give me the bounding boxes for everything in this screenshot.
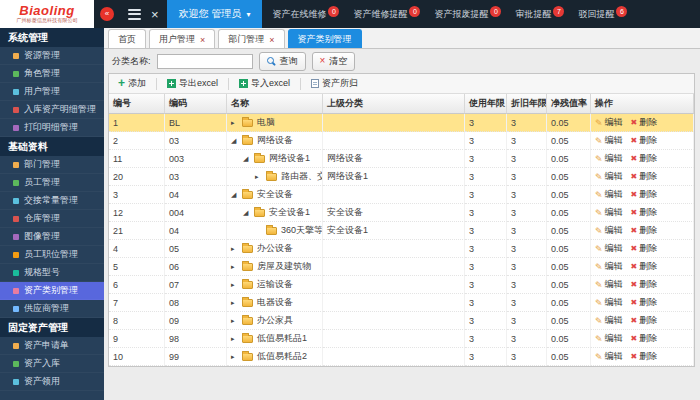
table-row[interactable]: 998▸低值易耗品1330.05✎编辑✖删除 bbox=[109, 330, 694, 348]
table-row[interactable]: 1099▸低值易耗品2330.05✎编辑✖删除 bbox=[109, 348, 694, 366]
tree-expand-icon[interactable]: ◢ bbox=[243, 155, 252, 163]
sidebar-item[interactable]: 资产类别管理 bbox=[0, 282, 104, 300]
table-row[interactable]: 304◢安全设备330.05✎编辑✖删除 bbox=[109, 186, 694, 204]
edit-button[interactable]: ✎编辑 bbox=[595, 332, 623, 345]
delete-button[interactable]: ✖删除 bbox=[631, 188, 658, 201]
table-row[interactable]: 11003◢网络设备1网络设备330.05✎编辑✖删除 bbox=[109, 150, 694, 168]
table-row[interactable]: 708▸电器设备330.05✎编辑✖删除 bbox=[109, 294, 694, 312]
delete-button[interactable]: ✖删除 bbox=[631, 332, 658, 345]
delete-button[interactable]: ✖删除 bbox=[631, 134, 658, 147]
edit-button[interactable]: ✎编辑 bbox=[595, 260, 623, 273]
delete-button[interactable]: ✖删除 bbox=[631, 170, 658, 183]
tree-expand-icon[interactable]: ▸ bbox=[231, 281, 240, 289]
delete-button[interactable]: ✖删除 bbox=[631, 278, 658, 291]
close-tab-icon[interactable]: × bbox=[269, 36, 274, 44]
tab[interactable]: 部门管理× bbox=[218, 29, 284, 48]
tree-expand-icon[interactable]: ▸ bbox=[231, 263, 240, 271]
delete-button[interactable]: ✖删除 bbox=[631, 206, 658, 219]
table-row[interactable]: 2003▸路由器、交换机等网络服务网络设备1330.05✎编辑✖删除 bbox=[109, 168, 694, 186]
edit-button[interactable]: ✎编辑 bbox=[595, 116, 623, 129]
tree-expand-icon[interactable]: ▸ bbox=[231, 353, 240, 361]
cell-use-years: 3 bbox=[465, 276, 507, 294]
edit-button[interactable]: ✎编辑 bbox=[595, 170, 623, 183]
delete-button[interactable]: ✖删除 bbox=[631, 116, 658, 129]
edit-button[interactable]: ✎编辑 bbox=[595, 188, 623, 201]
sidebar-item[interactable]: 角色管理 bbox=[0, 65, 104, 83]
sidebar-item[interactable]: 入库资产明细管理 bbox=[0, 101, 104, 119]
delete-button[interactable]: ✖删除 bbox=[631, 224, 658, 237]
sidebar-item[interactable]: 仓库管理 bbox=[0, 210, 104, 228]
sidebar-item[interactable]: 员工职位管理 bbox=[0, 246, 104, 264]
top-menu-item[interactable]: 驳回提醒6 bbox=[578, 8, 627, 21]
sidebar-item[interactable]: 资产申请单 bbox=[0, 337, 104, 355]
close-tab-icon[interactable]: × bbox=[200, 36, 205, 44]
sidebar-section-title[interactable]: 系统管理 bbox=[0, 28, 104, 47]
sidebar-item[interactable]: 供应商管理 bbox=[0, 300, 104, 318]
tree-expand-icon[interactable]: ▸ bbox=[255, 173, 264, 181]
edit-label: 编辑 bbox=[605, 134, 623, 147]
tab[interactable]: 资产类别管理 bbox=[288, 29, 362, 48]
sidebar-item[interactable]: 打印明细管理 bbox=[0, 119, 104, 137]
tree-expand-icon[interactable]: ▸ bbox=[231, 335, 240, 343]
delete-button[interactable]: ✖删除 bbox=[631, 296, 658, 309]
sidebar-item[interactable]: 交接常量管理 bbox=[0, 192, 104, 210]
tree-expand-icon[interactable]: ◢ bbox=[231, 137, 240, 145]
table-row[interactable]: 2104360天擎等安全设备1330.05✎编辑✖删除 bbox=[109, 222, 694, 240]
edit-button[interactable]: ✎编辑 bbox=[595, 224, 623, 237]
sidebar-section-title[interactable]: 基础资料 bbox=[0, 137, 104, 156]
tree-expand-icon[interactable]: ◢ bbox=[243, 209, 252, 217]
table-row[interactable]: 203◢网络设备330.05✎编辑✖删除 bbox=[109, 132, 694, 150]
toolbar-button[interactable]: 导入excel bbox=[236, 76, 293, 91]
delete-button[interactable]: ✖删除 bbox=[631, 260, 658, 273]
search-button[interactable]: 查询 bbox=[259, 52, 306, 71]
tree-expand-icon[interactable]: ▸ bbox=[231, 245, 240, 253]
sidebar-item[interactable]: 资产入库 bbox=[0, 355, 104, 373]
brand-company-name: 广州标菱信息科技有限公司 bbox=[16, 18, 77, 24]
edit-button[interactable]: ✎编辑 bbox=[595, 134, 623, 147]
toolbar-button[interactable]: 导出excel bbox=[164, 76, 221, 91]
table-row[interactable]: 506▸房屋及建筑物330.05✎编辑✖删除 bbox=[109, 258, 694, 276]
top-menu-item[interactable]: 资产在线维修0 bbox=[272, 8, 339, 21]
table-row[interactable]: 607▸运输设备330.05✎编辑✖删除 bbox=[109, 276, 694, 294]
tree-expand-icon[interactable]: ▸ bbox=[231, 299, 240, 307]
toolbar-button[interactable]: 资产所归 bbox=[308, 76, 361, 91]
sidebar-collapse-button[interactable]: « bbox=[100, 7, 114, 21]
menu-icon[interactable] bbox=[128, 9, 141, 20]
sidebar-item[interactable]: 用户管理 bbox=[0, 83, 104, 101]
edit-button[interactable]: ✎编辑 bbox=[595, 206, 623, 219]
delete-button[interactable]: ✖删除 bbox=[631, 152, 658, 165]
category-name-input[interactable] bbox=[157, 54, 253, 69]
sidebar-item[interactable]: 资产领用 bbox=[0, 373, 104, 391]
edit-button[interactable]: ✎编辑 bbox=[595, 278, 623, 291]
sidebar-item[interactable]: 员工管理 bbox=[0, 174, 104, 192]
edit-button[interactable]: ✎编辑 bbox=[595, 314, 623, 327]
tab[interactable]: 用户管理× bbox=[149, 29, 215, 48]
sidebar-item[interactable]: 规格型号 bbox=[0, 264, 104, 282]
delete-button[interactable]: ✖删除 bbox=[631, 314, 658, 327]
top-menu-item[interactable]: 审批提醒7 bbox=[515, 8, 564, 21]
tab[interactable]: 首页 bbox=[108, 29, 146, 48]
user-menu[interactable]: 欢迎您 管理员 ▾ bbox=[167, 0, 263, 28]
clear-button[interactable]: × 清空 bbox=[312, 52, 356, 71]
sidebar-item[interactable]: 图像管理 bbox=[0, 228, 104, 246]
sidebar-section-title[interactable]: 固定资产管理 bbox=[0, 318, 104, 337]
add-button[interactable]: +添加 bbox=[115, 76, 149, 91]
tree-expand-icon[interactable]: ▸ bbox=[231, 317, 240, 325]
edit-button[interactable]: ✎编辑 bbox=[595, 296, 623, 309]
sidebar-item[interactable]: 部门管理 bbox=[0, 156, 104, 174]
table-row[interactable]: 1BL▸电脑330.05✎编辑✖删除 bbox=[109, 114, 694, 132]
edit-button[interactable]: ✎编辑 bbox=[595, 350, 623, 363]
tree-expand-icon[interactable]: ◢ bbox=[231, 191, 240, 199]
delete-button[interactable]: ✖删除 bbox=[631, 242, 658, 255]
delete-button[interactable]: ✖删除 bbox=[631, 350, 658, 363]
edit-button[interactable]: ✎编辑 bbox=[595, 242, 623, 255]
top-menu-item[interactable]: 资产维修提醒0 bbox=[353, 8, 420, 21]
table-row[interactable]: 405▸办公设备330.05✎编辑✖删除 bbox=[109, 240, 694, 258]
table-row[interactable]: 12004◢安全设备1安全设备330.05✎编辑✖删除 bbox=[109, 204, 694, 222]
close-tabs-icon[interactable]: × bbox=[151, 8, 159, 21]
table-row[interactable]: 809▸办公家具330.05✎编辑✖删除 bbox=[109, 312, 694, 330]
tree-expand-icon[interactable]: ▸ bbox=[231, 119, 240, 127]
top-menu-item[interactable]: 资产报废提醒0 bbox=[434, 8, 501, 21]
sidebar-item[interactable]: 资源管理 bbox=[0, 47, 104, 65]
edit-button[interactable]: ✎编辑 bbox=[595, 152, 623, 165]
